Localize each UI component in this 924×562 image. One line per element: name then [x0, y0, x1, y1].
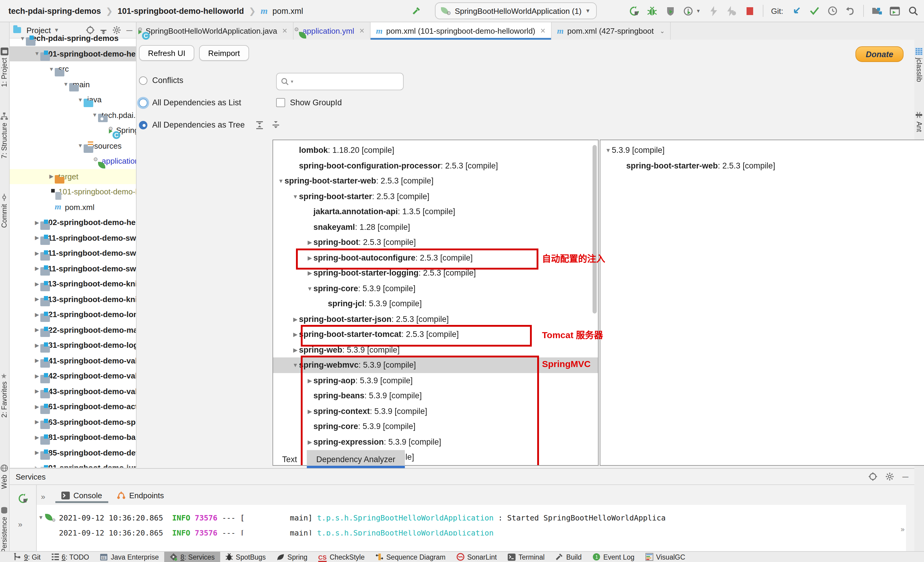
- statusbar-item-todo[interactable]: 6: TODO: [46, 552, 94, 562]
- tree-toggle-icon[interactable]: ▶: [34, 219, 40, 225]
- tree-toggle-icon[interactable]: ▼: [306, 285, 314, 292]
- tree-toggle-icon[interactable]: ▶: [34, 419, 40, 425]
- stripe-button-web[interactable]: Web: [1, 475, 8, 489]
- refresh-ui-button[interactable]: Refresh UI: [139, 45, 194, 61]
- project-tree-row[interactable]: ▼resources: [10, 138, 136, 153]
- project-tree-row[interactable]: ▶113-springboot-demo-knife4j-v2: [10, 276, 136, 292]
- statusbar-item-services[interactable]: 8: Services: [164, 552, 220, 562]
- tree-toggle-icon[interactable]: ▶: [34, 465, 40, 468]
- project-tree-row[interactable]: mpom.xml: [10, 200, 136, 215]
- project-tree-row[interactable]: ▶113-springboot-demo-knife4j-v3: [10, 292, 136, 307]
- tree-toggle-icon[interactable]: ▶: [34, 266, 40, 272]
- coverage-icon[interactable]: [665, 6, 675, 16]
- dependency-row[interactable]: jakarta.annotation-api : 1.3.5 [compile]: [273, 204, 598, 219]
- editor-tab-4[interactable]: mpom.xml (427-springboot⌄: [552, 22, 671, 40]
- tree-toggle-icon[interactable]: ▼: [92, 112, 98, 118]
- tree-toggle-icon[interactable]: ▶: [34, 281, 40, 287]
- tree-toggle-icon[interactable]: ▶: [34, 373, 40, 379]
- project-tree-row[interactable]: ▶163-springboot-demo-springboot-admin: [10, 414, 136, 430]
- search-everywhere-icon[interactable]: [908, 6, 918, 16]
- project-tree-row[interactable]: ▶121-springboot-demo-lombok: [10, 307, 136, 322]
- analyzer-tab-dependency-analyzer[interactable]: Dependency Analyzer: [307, 450, 405, 468]
- project-tree-row[interactable]: ▶131-springboot-demo-logback: [10, 338, 136, 353]
- tree-toggle-icon[interactable]: ▶: [306, 439, 314, 445]
- statusbar-item-sonarlint[interactable]: SonarLint: [451, 552, 502, 562]
- tree-toggle-icon[interactable]: ▼: [48, 66, 55, 72]
- collapse-all-icon[interactable]: [272, 121, 280, 129]
- git-commit-icon[interactable]: [809, 6, 819, 16]
- breadcrumb-project[interactable]: tech-pdai-spring-demos: [8, 6, 101, 15]
- stripe-button-persistence[interactable]: Persistence: [1, 517, 8, 553]
- triangle-down-icon[interactable]: ▼: [37, 514, 45, 520]
- close-icon[interactable]: ✕: [359, 27, 364, 35]
- persistence-icon[interactable]: [1, 506, 8, 514]
- console-output[interactable]: ▼ ⚙ 2021-09-12 10:36:20.865 INFO 73576 -…: [37, 505, 906, 553]
- tree-toggle-icon[interactable]: ▼: [19, 36, 26, 42]
- tree-toggle-icon[interactable]: ▼: [77, 143, 84, 149]
- conflicts-option[interactable]: Conflicts: [139, 76, 183, 85]
- tree-toggle-icon[interactable]: ▶: [34, 250, 40, 256]
- close-icon[interactable]: ✕: [282, 27, 287, 35]
- stop-icon[interactable]: [745, 6, 755, 16]
- history-icon[interactable]: [827, 6, 837, 16]
- ant-icon[interactable]: [915, 111, 923, 119]
- close-icon[interactable]: ✕: [540, 27, 546, 35]
- statusbar-item-spotbugs[interactable]: SpotBugs: [220, 552, 271, 562]
- project-tree-row[interactable]: 101-springboot-demo-helloworld.iml: [10, 184, 136, 200]
- project-tree-row[interactable]: ▶111-springboot-demo-swagger-v2: [10, 230, 136, 245]
- editor-tab-2[interactable]: ⚙application.yml✕: [294, 22, 370, 40]
- project-tree-row[interactable]: ▶102-springboot-demo-helloworld-mvc: [10, 215, 136, 230]
- jclasslib-icon[interactable]: [915, 48, 923, 56]
- tree-radio[interactable]: [139, 121, 147, 129]
- list-option[interactable]: All Dependencies as List: [139, 98, 241, 107]
- statusbar-item-terminal[interactable]: Terminal: [502, 552, 550, 562]
- dependency-row[interactable]: spring-jcl : 5.3.9 [compile]: [273, 296, 598, 311]
- build-hammer-icon[interactable]: [411, 6, 422, 16]
- project-tree-row[interactable]: ▶122-springboot-demo-mapstruct: [10, 322, 136, 338]
- tree-toggle-icon[interactable]: ▶: [306, 270, 314, 276]
- groupid-option[interactable]: Show GroupId: [276, 98, 342, 107]
- stripe-button-ant[interactable]: Ant: [916, 122, 923, 132]
- globe-icon[interactable]: [1, 464, 8, 472]
- tree-toggle-icon[interactable]: ▶: [34, 343, 40, 349]
- git-update-icon[interactable]: [791, 6, 801, 16]
- project-tree-row[interactable]: ▶161-springboot-demo-actuator: [10, 399, 136, 414]
- project-icon[interactable]: [1, 48, 8, 56]
- tree-toggle-icon[interactable]: ▶: [306, 254, 314, 261]
- statusbar-item-build[interactable]: Build: [550, 552, 587, 562]
- project-tree-row[interactable]: ▶181-springboot-demo-banner: [10, 430, 136, 445]
- list-radio[interactable]: [139, 98, 147, 107]
- tree-toggle-icon[interactable]: ▼: [63, 81, 69, 87]
- statusbar-item-checkstyle[interactable]: CSCheckStyle: [313, 552, 370, 562]
- tree-toggle-icon[interactable]: ▼: [34, 51, 40, 57]
- hide-panel-icon[interactable]: ─: [902, 472, 908, 481]
- project-tree-row[interactable]: ▶111-springboot-demo-swagger-v2-bootstra: [10, 245, 136, 261]
- dependency-row[interactable]: ▶spring-boot-starter-json : 2.5.3 [compi…: [273, 311, 598, 327]
- more-chevrons-icon[interactable]: »: [18, 520, 22, 529]
- rerun-icon[interactable]: [18, 493, 28, 503]
- gear-icon[interactable]: [885, 472, 894, 481]
- project-tree-row[interactable]: ▶142-springboot-demo-validation-exceptio…: [10, 368, 136, 383]
- project-tree-row[interactable]: ▼src: [10, 62, 136, 77]
- stripe-button-1-project[interactable]: 1: Project: [1, 58, 8, 87]
- dependency-row[interactable]: ▶spring-context : 5.3.9 [compile]: [273, 403, 598, 419]
- diff-icon[interactable]: [872, 6, 882, 16]
- stripe-button-7-structure[interactable]: 7: Structure: [1, 123, 8, 159]
- dependency-row[interactable]: spring-boot-configuration-processor : 2.…: [273, 158, 598, 173]
- dependency-row[interactable]: lombok : 1.18.20 [compile]: [273, 143, 598, 158]
- tree-toggle-icon[interactable]: ▶: [292, 331, 299, 338]
- dependency-row[interactable]: spring-boot-starter-web : 2.5.3 [compile…: [600, 158, 924, 173]
- tree-toggle-icon[interactable]: ▶: [34, 327, 40, 333]
- tree-toggle-icon[interactable]: ▼: [604, 147, 612, 154]
- stripe-button-jclasslib[interactable]: jclasslib: [916, 58, 923, 82]
- services-tab-endpoints[interactable]: Endpoints: [110, 487, 170, 503]
- project-tree-row[interactable]: ▶target: [10, 169, 136, 184]
- project-tree-row[interactable]: ▶191-springboot-demo-junit-v4: [10, 460, 136, 467]
- dependency-row[interactable]: ▼spring-boot-starter : 2.5.3 [compile]: [273, 189, 598, 204]
- editor-tab-1[interactable]: C⚙SpringBootHelloWorldApplication.java✕: [136, 22, 294, 40]
- run-icon[interactable]: [629, 6, 639, 16]
- stripe-button-commit[interactable]: Commit: [1, 204, 8, 228]
- tree-toggle-icon[interactable]: ▶: [306, 239, 314, 246]
- dependency-row[interactable]: spring-beans : 5.3.9 [compile]: [273, 388, 598, 403]
- stripe-button-2-favorites[interactable]: 2: Favorites: [1, 382, 8, 418]
